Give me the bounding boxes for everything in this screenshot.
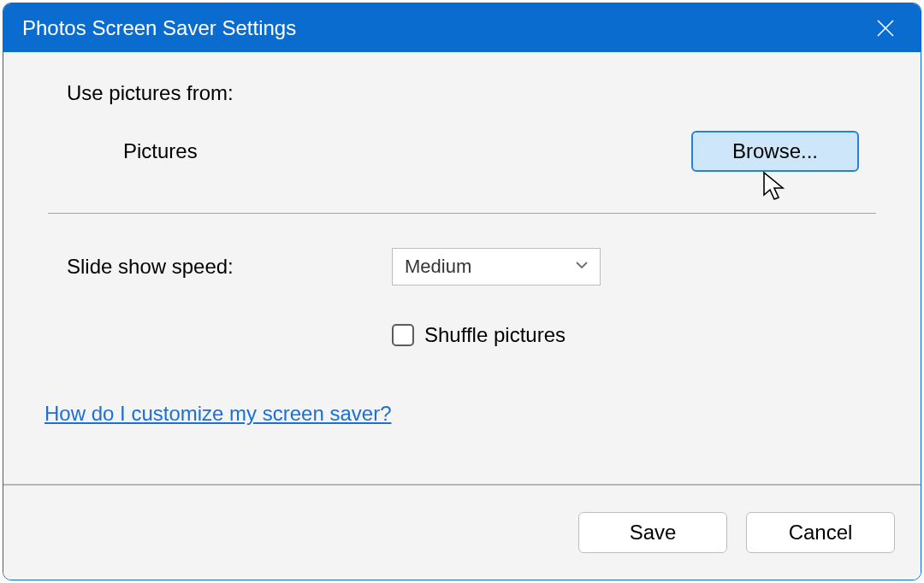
folder-name-value: Pictures [123,139,198,163]
chevron-down-icon [574,256,589,278]
close-icon [876,19,895,38]
dialog-window: Photos Screen Saver Settings Use picture… [3,3,921,580]
speed-value: Medium [405,256,471,278]
divider [48,213,876,214]
browse-button[interactable]: Browse... [691,131,859,172]
cancel-button[interactable]: Cancel [746,512,895,553]
speed-row: Slide show speed: Medium [67,248,876,286]
speed-label: Slide show speed: [67,255,392,279]
help-link[interactable]: How do I customize my screen saver? [44,402,391,426]
dialog-footer: Save Cancel [3,484,921,580]
close-button[interactable] [866,9,905,48]
folder-row: Pictures Browse... [123,131,859,172]
shuffle-checkbox[interactable] [392,324,414,346]
save-button[interactable]: Save [578,512,727,553]
use-pictures-label: Use pictures from: [67,81,876,105]
shuffle-row: Shuffle pictures [392,323,876,347]
shuffle-label: Shuffle pictures [424,323,566,347]
titlebar: Photos Screen Saver Settings [3,3,921,52]
window-title: Photos Screen Saver Settings [22,16,296,40]
speed-dropdown[interactable]: Medium [392,248,601,286]
dialog-content: Use pictures from: Pictures Browse... Sl… [3,52,921,484]
